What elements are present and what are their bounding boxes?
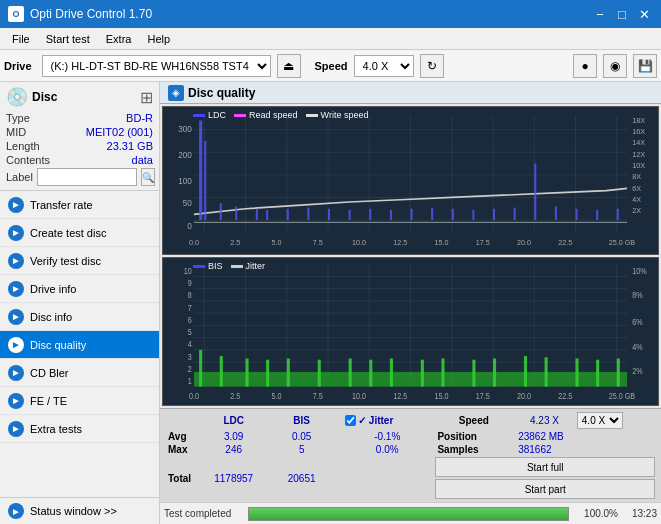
avg-jitter: -0.1% bbox=[341, 430, 433, 443]
avg-ldc: 3.09 bbox=[195, 430, 272, 443]
svg-rect-21 bbox=[235, 207, 237, 221]
nav-disc-quality[interactable]: ► Disc quality bbox=[0, 331, 159, 359]
nav-label-extra-tests: Extra tests bbox=[30, 423, 82, 435]
svg-text:12.5: 12.5 bbox=[393, 391, 408, 401]
nav-drive-info[interactable]: ► Drive info bbox=[0, 275, 159, 303]
close-button[interactable]: ✕ bbox=[635, 5, 653, 23]
svg-text:10.0: 10.0 bbox=[352, 391, 367, 401]
total-label: Total bbox=[164, 456, 195, 500]
disc-type-row: Type BD-R bbox=[6, 112, 153, 124]
menu-file[interactable]: File bbox=[4, 31, 38, 47]
svg-text:12X: 12X bbox=[632, 149, 645, 158]
nav-disc-info[interactable]: ► Disc info bbox=[0, 303, 159, 331]
max-jitter: 0.0% bbox=[341, 443, 433, 456]
quality-icon: ◈ bbox=[168, 85, 184, 101]
svg-rect-33 bbox=[472, 210, 474, 220]
toolbar-btn-2[interactable]: ◉ bbox=[603, 54, 627, 78]
svg-text:16X: 16X bbox=[632, 127, 645, 136]
menu-bar: File Start test Extra Help bbox=[0, 28, 661, 50]
maximize-button[interactable]: □ bbox=[613, 5, 631, 23]
drive-label: Drive bbox=[4, 60, 32, 72]
ldc-legend: LDC Read speed Write speed bbox=[193, 110, 368, 120]
svg-text:10.0: 10.0 bbox=[352, 238, 366, 247]
svg-rect-34 bbox=[493, 209, 495, 220]
svg-rect-20 bbox=[220, 203, 222, 220]
ldc-color bbox=[193, 114, 205, 117]
title-bar-controls: − □ ✕ bbox=[591, 5, 653, 23]
speed-select-stats[interactable]: 4.0 X bbox=[577, 412, 623, 429]
nav-create-test-disc[interactable]: ► Create test disc bbox=[0, 219, 159, 247]
svg-text:2%: 2% bbox=[632, 367, 642, 377]
svg-text:2: 2 bbox=[188, 364, 192, 374]
menu-help[interactable]: Help bbox=[139, 31, 178, 47]
svg-text:50: 50 bbox=[183, 198, 192, 208]
max-ldc: 246 bbox=[195, 443, 272, 456]
nav-icon-drive-info: ► bbox=[8, 281, 24, 297]
svg-rect-90 bbox=[246, 358, 249, 386]
nav-cd-bler[interactable]: ► CD Bler bbox=[0, 359, 159, 387]
svg-text:7: 7 bbox=[188, 303, 192, 313]
disc-mid-val: MEIT02 (001) bbox=[86, 126, 153, 138]
svg-text:2X: 2X bbox=[632, 206, 641, 215]
nav-verify-test-disc[interactable]: ► Verify test disc bbox=[0, 247, 159, 275]
write-speed-legend-item: Write speed bbox=[306, 110, 369, 120]
disc-type-val: BD-R bbox=[126, 112, 153, 124]
read-speed-legend-label: Read speed bbox=[249, 110, 298, 120]
ldc-legend-item: LDC bbox=[193, 110, 226, 120]
refresh-button[interactable]: ↻ bbox=[420, 54, 444, 78]
status-window-button[interactable]: ► Status window >> bbox=[0, 498, 159, 524]
svg-text:8: 8 bbox=[188, 291, 193, 301]
bis-header: BIS bbox=[272, 411, 331, 430]
disc-label-input[interactable] bbox=[37, 168, 137, 186]
toolbar-btn-3[interactable]: 💾 bbox=[633, 54, 657, 78]
speed-col-header: Speed bbox=[433, 411, 514, 430]
drive-select[interactable]: (K:) HL-DT-ST BD-RE WH16NS58 TST4 bbox=[42, 55, 271, 77]
label-search-button[interactable]: 🔍 bbox=[141, 168, 155, 186]
svg-rect-89 bbox=[220, 356, 223, 387]
svg-rect-29 bbox=[390, 210, 392, 220]
minimize-button[interactable]: − bbox=[591, 5, 609, 23]
svg-rect-98 bbox=[441, 358, 444, 386]
quality-title: Disc quality bbox=[188, 86, 255, 100]
svg-rect-37 bbox=[555, 207, 557, 221]
disc-contents-key: Contents bbox=[6, 154, 50, 166]
svg-text:6%: 6% bbox=[632, 318, 642, 328]
write-speed-color bbox=[306, 114, 318, 117]
start-part-button[interactable]: Start part bbox=[435, 479, 655, 499]
menu-extra[interactable]: Extra bbox=[98, 31, 140, 47]
svg-text:5.0: 5.0 bbox=[271, 238, 281, 247]
svg-text:10X: 10X bbox=[632, 161, 645, 170]
svg-text:3: 3 bbox=[188, 352, 193, 362]
start-full-button[interactable]: Start full bbox=[435, 457, 655, 477]
svg-rect-27 bbox=[349, 210, 351, 220]
nav-fe-te[interactable]: ► FE / TE bbox=[0, 387, 159, 415]
svg-text:1: 1 bbox=[188, 377, 193, 387]
write-speed-legend-label: Write speed bbox=[321, 110, 369, 120]
svg-rect-92 bbox=[287, 358, 290, 386]
menu-start-test[interactable]: Start test bbox=[38, 31, 98, 47]
ldc-chart-svg: 300 200 100 50 0 18X 16X 14X 12X 10X 8X … bbox=[163, 107, 658, 254]
svg-text:14X: 14X bbox=[632, 138, 645, 147]
svg-text:12.5: 12.5 bbox=[393, 238, 407, 247]
speed-select[interactable]: 4.0 X bbox=[354, 55, 414, 77]
bis-chart: BIS Jitter bbox=[162, 257, 659, 406]
nav-transfer-rate[interactable]: ► Transfer rate bbox=[0, 191, 159, 219]
disc-icon: 💿 bbox=[6, 86, 28, 108]
progress-area: Test completed 100.0% 13:23 bbox=[160, 502, 661, 524]
jitter-checkbox[interactable] bbox=[345, 415, 356, 426]
toolbar-btn-1[interactable]: ● bbox=[573, 54, 597, 78]
nav-extra-tests[interactable]: ► Extra tests bbox=[0, 415, 159, 443]
ldc-header: LDC bbox=[195, 411, 272, 430]
svg-rect-105 bbox=[617, 358, 620, 386]
speed-label: Speed bbox=[315, 60, 348, 72]
status-window-icon: ► bbox=[8, 503, 24, 519]
nav-icon-transfer: ► bbox=[8, 197, 24, 213]
disc-mid-key: MID bbox=[6, 126, 26, 138]
position-val: 23862 MB bbox=[514, 430, 657, 443]
disc-label-key: Label bbox=[6, 171, 33, 183]
eject-button[interactable]: ⏏ bbox=[277, 54, 301, 78]
svg-text:6: 6 bbox=[188, 315, 193, 325]
content-area: ◈ Disc quality LDC Read speed bbox=[160, 82, 661, 524]
nav-label-transfer: Transfer rate bbox=[30, 199, 93, 211]
svg-text:200: 200 bbox=[178, 150, 192, 160]
